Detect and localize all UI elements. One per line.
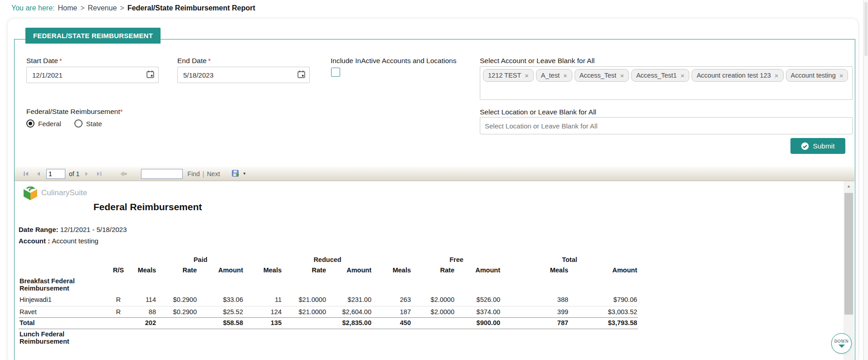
radio-selected-icon[interactable] xyxy=(26,119,34,128)
remove-tag-icon[interactable]: × xyxy=(680,72,684,79)
remove-tag-icon[interactable]: × xyxy=(775,72,779,79)
include-inactive-checkbox[interactable] xyxy=(331,68,340,77)
reimbursement-type-radios: Federal State xyxy=(26,119,102,128)
report-page: CulinarySuite Federal Reimbursement Date… xyxy=(15,181,854,360)
report-scrollbar-thumb[interactable] xyxy=(844,193,853,315)
remove-tag-icon[interactable]: × xyxy=(620,72,624,79)
report-scrollbar: ▲ xyxy=(844,181,854,360)
breadcrumb-prefix: You are here: xyxy=(11,4,54,12)
account-tag[interactable]: Account creation test 123× xyxy=(692,69,783,82)
account-multiselect[interactable]: 1212 TEST× A_test× Access_Test× Access_T… xyxy=(480,66,853,100)
parent-report-button[interactable] xyxy=(119,170,128,178)
scroll-down-button[interactable]: DOWN xyxy=(831,333,852,354)
next-link[interactable]: Next xyxy=(207,170,220,178)
location-select-label: Select Location or Leave Blank for All xyxy=(480,108,596,116)
submit-button[interactable]: Submit xyxy=(790,138,845,154)
end-date-label: End Date* xyxy=(177,57,211,65)
account-tag[interactable]: Access_Test× xyxy=(575,69,629,82)
page-scrollbar-thumb[interactable] xyxy=(864,2,868,56)
scroll-up-icon[interactable]: ▲ xyxy=(844,181,854,191)
report-toolbar: of 1 Find | Next xyxy=(15,167,854,181)
start-date-calendar-icon[interactable] xyxy=(145,70,155,80)
page-number-input[interactable] xyxy=(46,169,65,179)
next-page-button[interactable] xyxy=(83,170,91,178)
radio-federal[interactable]: Federal xyxy=(26,119,61,128)
breadcrumb-separator: > xyxy=(120,4,124,12)
find-next-separator: | xyxy=(203,170,205,178)
app-logo: CulinarySuite xyxy=(22,185,87,201)
table-header-row: R/S Meals Rate Amount Meals Rate Amount … xyxy=(19,264,638,276)
account-tag[interactable]: 1212 TEST× xyxy=(483,69,534,82)
page-count-label: of 1 xyxy=(69,170,79,178)
group-total: Total xyxy=(501,253,638,264)
table-total-row: Total 202 $58.58 135 $2,835.00 450 $900.… xyxy=(19,317,638,329)
report-account: Account : Account testing xyxy=(19,237,98,245)
brand-name: CulinarySuite xyxy=(41,188,87,197)
table-section-row: Lunch Federal Reimbursement xyxy=(19,329,638,347)
end-date-calendar-icon[interactable] xyxy=(296,70,306,80)
report-card: FEDERAL/STATE REIMBURSEMENT Start Date* … xyxy=(7,18,858,360)
account-tag[interactable]: A_test× xyxy=(536,69,572,82)
check-circle-icon xyxy=(801,142,809,150)
group-reduced: Reduced xyxy=(283,253,372,264)
radio-state[interactable]: State xyxy=(74,119,102,128)
breadcrumb-home[interactable]: Home xyxy=(58,4,77,12)
start-date-label: Start Date* xyxy=(26,57,62,65)
table-row: Hinjewadi1 R 114 $0.2900 $33.06 11 $21.0… xyxy=(19,294,638,306)
export-button[interactable]: ▼ xyxy=(232,170,246,178)
radio-unselected-icon[interactable] xyxy=(74,119,83,128)
export-dropdown-caret-icon[interactable]: ▼ xyxy=(243,172,246,176)
table-row: Ravet R 88 $0.2900 $25.52 124 $21.0000 $… xyxy=(19,306,638,317)
breadcrumb-revenue[interactable]: Revenue xyxy=(88,4,117,12)
export-save-icon xyxy=(232,170,240,178)
down-button-label: DOWN xyxy=(834,339,849,344)
breadcrumb-current-page: Federal/State Reimbursement Report xyxy=(127,4,255,12)
report-title: Federal Reimbursement xyxy=(93,202,202,212)
culinarysuite-cube-icon xyxy=(22,185,39,201)
first-page-button[interactable] xyxy=(22,170,30,178)
start-date-input[interactable] xyxy=(26,67,159,83)
group-paid: Paid xyxy=(157,253,244,264)
include-inactive-label: Include InActive Accounts and Locations xyxy=(331,57,456,65)
account-tag[interactable]: Access_Test1× xyxy=(631,69,689,82)
report-date-range: Date Range: 12/1/2021 - 5/18/2023 xyxy=(19,226,127,233)
last-page-button[interactable] xyxy=(95,170,103,178)
account-select-label: Select Account or Leave Blank for All xyxy=(480,57,595,65)
table-section-row: Breakfast Federal Reimbursement xyxy=(19,276,638,294)
page-scrollbar[interactable] xyxy=(863,0,868,360)
panel-title: FEDERAL/STATE REIMBURSEMENT xyxy=(25,28,161,44)
account-tag[interactable]: Account testing× xyxy=(786,69,848,82)
down-triangle-icon xyxy=(839,345,845,348)
group-free: Free xyxy=(412,253,501,264)
find-input[interactable] xyxy=(141,169,183,179)
location-select-input[interactable] xyxy=(480,117,853,134)
report-viewer: of 1 Find | Next xyxy=(15,167,854,360)
prev-page-button[interactable] xyxy=(34,170,42,178)
end-date-input[interactable] xyxy=(177,67,310,83)
remove-tag-icon[interactable]: × xyxy=(563,72,567,79)
table-group-header-row: Paid Reduced Free Total xyxy=(19,253,638,264)
reimbursement-type-label: Federal/State Reimbursement* xyxy=(26,108,123,116)
remove-tag-icon[interactable]: × xyxy=(839,72,844,79)
breadcrumb-separator: > xyxy=(80,4,84,12)
reimbursement-table: Paid Reduced Free Total R/S Meals Rate A… xyxy=(19,253,638,347)
remove-tag-icon[interactable]: × xyxy=(525,72,529,79)
find-link[interactable]: Find xyxy=(187,170,200,178)
breadcrumb: You are here: Home > Revenue > Federal/S… xyxy=(11,4,255,12)
